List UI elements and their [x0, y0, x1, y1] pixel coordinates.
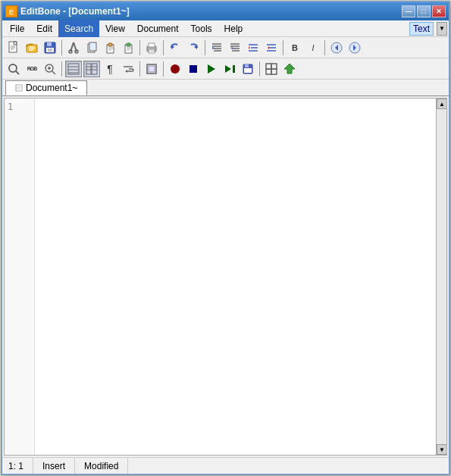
copy-button[interactable] [83, 39, 100, 56]
menu-search[interactable]: Search [58, 20, 99, 37]
status-position: 1: 1 [5, 458, 33, 474]
svg-rect-22 [108, 43, 112, 46]
zoom-button[interactable] [42, 61, 58, 77]
svg-rect-87 [266, 64, 271, 69]
title-bar-left: E EditBone - [Document1~] [5, 5, 130, 17]
menu-document[interactable]: Document [131, 20, 185, 37]
paste-button[interactable] [102, 39, 118, 56]
close-button[interactable]: ✕ [432, 5, 446, 17]
svg-rect-11 [47, 42, 52, 46]
scroll-down-arrow[interactable]: ▼ [437, 444, 447, 455]
minimize-button[interactable]: — [402, 5, 415, 17]
separator-3 [163, 40, 164, 55]
copy2-button[interactable] [143, 61, 160, 77]
step-play-button[interactable] [221, 61, 238, 77]
paste2-button[interactable] [120, 39, 136, 56]
status-position-text: 1: 1 [8, 461, 23, 471]
separator-4 [205, 40, 205, 55]
toolbar-secondary: RGB [2, 58, 449, 80]
dropdown-arrow-icon[interactable]: ▼ [437, 22, 447, 36]
line-number-1: 1 [8, 102, 31, 112]
detail-view-button[interactable] [83, 61, 100, 77]
separator-6 [324, 40, 325, 55]
title-bar: E EditBone - [Document1~] — □ ✕ [2, 2, 449, 20]
tab-document1[interactable]: Document1~ [5, 80, 87, 96]
outdent-button[interactable] [227, 39, 243, 56]
bold-button[interactable]: B [287, 39, 303, 56]
svg-rect-92 [16, 85, 22, 91]
svg-rect-32 [149, 43, 155, 47]
scroll-track[interactable] [437, 109, 446, 444]
svg-point-79 [171, 64, 180, 74]
scrollbar-vertical[interactable]: ▲ ▼ [436, 99, 446, 455]
menu-edit[interactable]: Edit [30, 20, 58, 37]
status-state-text: Modified [84, 461, 118, 471]
separator-5 [283, 40, 283, 55]
cut-button[interactable] [65, 39, 82, 56]
mode-dropdown[interactable]: Text [409, 22, 434, 36]
title-text: EditBone - [Document1~] [20, 6, 130, 17]
app-icon: E [5, 5, 17, 17]
list-view-button[interactable] [65, 61, 82, 77]
svg-point-59 [9, 64, 17, 72]
menu-bar: File Edit Search View Document Tools Hel… [2, 20, 449, 37]
inc-indent-button[interactable] [245, 39, 262, 56]
svg-rect-90 [271, 69, 277, 74]
wordwrap-button[interactable] [120, 61, 136, 77]
svg-rect-89 [266, 69, 271, 74]
save-button[interactable] [42, 39, 58, 56]
find-button[interactable] [5, 61, 22, 77]
export-button[interactable] [281, 61, 298, 77]
menu-right: Text ▼ [409, 22, 447, 36]
open-button[interactable] [23, 39, 40, 56]
nav-back-button[interactable] [328, 39, 345, 56]
editor-area: 1 ▲ ▼ [4, 98, 447, 456]
nav-fwd-button[interactable] [346, 39, 363, 56]
svg-marker-76 [125, 70, 127, 73]
svg-rect-70 [92, 64, 97, 74]
svg-rect-78 [149, 66, 155, 72]
save-macro-button[interactable] [240, 61, 256, 77]
undo-button[interactable] [167, 39, 183, 56]
line-numbers: 1 [5, 99, 35, 455]
italic-button[interactable]: I [305, 39, 321, 56]
svg-rect-85 [245, 64, 249, 67]
separator-8 [139, 61, 140, 77]
svg-rect-27 [127, 43, 130, 46]
menu-file[interactable]: File [4, 20, 30, 37]
svg-rect-88 [271, 64, 277, 69]
status-bar: 1: 1 Insert Modified [2, 457, 449, 474]
svg-marker-50 [249, 46, 250, 49]
svg-marker-54 [268, 46, 269, 49]
record-button[interactable] [167, 61, 183, 77]
scroll-up-arrow[interactable]: ▲ [437, 99, 447, 109]
new-button[interactable] [5, 39, 22, 56]
menu-view[interactable]: View [99, 20, 131, 37]
menu-tools[interactable]: Tools [185, 20, 218, 37]
maximize-button[interactable]: □ [417, 5, 431, 17]
rgb-button[interactable]: RGB [23, 61, 40, 77]
stop-button[interactable] [185, 61, 202, 77]
indent-button[interactable] [208, 39, 225, 56]
svg-marker-82 [225, 65, 231, 73]
svg-rect-80 [189, 65, 197, 73]
svg-line-62 [52, 71, 55, 74]
toolbar-main: B I [2, 37, 449, 58]
print-button[interactable] [143, 39, 160, 56]
svg-rect-83 [233, 65, 235, 73]
separator-2 [139, 40, 140, 55]
svg-rect-86 [244, 68, 252, 73]
title-bar-controls: — □ ✕ [402, 5, 446, 17]
svg-rect-69 [86, 64, 91, 74]
play-button[interactable] [203, 61, 220, 77]
status-mode: Insert [33, 458, 75, 474]
svg-marker-46 [230, 47, 233, 49]
redo-button[interactable] [185, 39, 202, 56]
tab-bar: Document1~ [2, 80, 449, 96]
editor-content[interactable] [35, 99, 436, 455]
svg-rect-20 [89, 42, 96, 51]
paragraph-button[interactable]: ¶ [102, 61, 118, 77]
macro-button[interactable] [263, 61, 280, 77]
menu-help[interactable]: Help [218, 20, 249, 37]
dec-indent-button[interactable] [263, 39, 280, 56]
